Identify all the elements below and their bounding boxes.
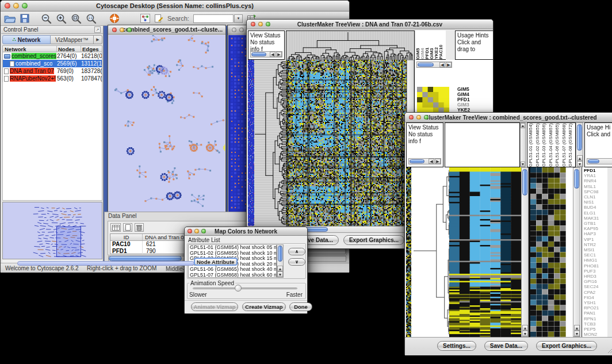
treeview2-zoom-heatmap-canvas[interactable] (530, 167, 566, 337)
close-button[interactable] (112, 28, 117, 32)
view-status-scroll-track[interactable]: ◀ ▶ (408, 158, 441, 164)
move-down-button[interactable]: ∨ (288, 258, 305, 266)
scroll-right-arrow-icon[interactable]: ▶ (446, 62, 452, 67)
scroll-down-arrow-icon[interactable]: ▼ (577, 161, 583, 167)
attribute-list-item[interactable]: GPL51-07 (GSM868) heat shock 60 min (189, 273, 276, 278)
save-icon[interactable] (20, 14, 29, 23)
minimize-button[interactable] (13, 3, 19, 9)
node-attribute-browser-tab[interactable]: Node Attribute Brows (194, 258, 238, 266)
treeview2-heatmap-vscroll[interactable]: ▲ ▼ (521, 167, 529, 337)
zoom-window-button[interactable] (266, 22, 270, 26)
resize-grip-icon[interactable] (607, 346, 612, 354)
col-header-network[interactable]: Network (3, 46, 57, 52)
table-row[interactable]: combined_sco2569(6)13112(15) (3, 60, 102, 67)
slider-thumb[interactable] (235, 285, 242, 292)
table-row[interactable]: DNA and Tran 07769(0)183728(0) (3, 67, 102, 75)
table-row[interactable]: RNAPuberNov2+!563(0)107847(0) (3, 75, 102, 82)
treeview2-global-strip-canvas[interactable] (406, 167, 411, 337)
zoom-pane-vscroll[interactable]: ▲ ▼ (573, 167, 580, 337)
scroll-left-arrow-icon[interactable]: ◀ (270, 52, 276, 57)
zoom-out-icon[interactable] (41, 13, 52, 24)
scroll-thumb[interactable] (577, 124, 582, 151)
minimize-button[interactable] (194, 229, 199, 233)
close-button[interactable] (251, 22, 255, 26)
close-button[interactable] (5, 3, 10, 9)
scroll-down-arrow-icon[interactable]: ▼ (522, 331, 528, 336)
tab-overflow-arrow-icon[interactable]: ▶ (94, 35, 102, 44)
treeview1-titlebar[interactable]: ClusterMaker TreeView : DNA and Tran 07-… (247, 20, 493, 29)
zoom-window-button[interactable] (201, 229, 206, 233)
view-status-scroll-track[interactable]: ◀ ▶ (250, 51, 282, 58)
column-labels-vscroll[interactable]: ▲ ▼ (576, 122, 583, 167)
minimize-button[interactable] (416, 115, 421, 120)
scroll-up-arrow-icon[interactable]: ▲ (577, 155, 583, 161)
annotation-icon[interactable] (154, 14, 163, 23)
scroll-thumb[interactable] (410, 159, 424, 163)
delete-attribute-trash-icon[interactable] (135, 223, 144, 232)
settings-button[interactable]: Settings... (437, 341, 476, 351)
scroll-left-arrow-icon[interactable]: ◀ (439, 62, 445, 67)
scroll-up-arrow-icon[interactable]: ▲ (522, 325, 528, 331)
treeview2-gene-dendrogram-canvas[interactable] (411, 167, 449, 337)
scroll-thumb[interactable] (251, 52, 266, 56)
tab-network[interactable]: ∴Network (2, 35, 51, 44)
treeview1-gene-dendrogram-canvas[interactable] (254, 60, 286, 226)
zoom-window-button[interactable] (22, 3, 28, 9)
close-button[interactable] (409, 115, 414, 120)
animation-speed-slider-track[interactable] (193, 288, 297, 289)
tab-vizmapper[interactable]: VizMapper™ (51, 35, 94, 44)
search-input[interactable] (193, 14, 234, 23)
zoom-window-button[interactable] (424, 115, 429, 120)
open-file-icon[interactable] (4, 14, 16, 24)
minimize-button[interactable] (258, 22, 263, 26)
scroll-up-arrow-icon[interactable]: ▲ (277, 266, 283, 271)
dialog-titlebar[interactable]: Map Colors to Network (185, 227, 307, 236)
scroll-thumb[interactable] (522, 169, 527, 196)
network-window-titlebar[interactable]: combined_scores_good.txt--cluste... (108, 25, 225, 35)
help-lifebuoy-icon[interactable] (109, 13, 120, 24)
scroll-up-arrow-icon[interactable]: ▲ (521, 123, 525, 128)
col-header-nodes[interactable]: Nodes (57, 46, 81, 52)
export-graphics-button[interactable]: Export Graphics... (343, 235, 404, 245)
vizmapper-shortcut-icon[interactable] (140, 14, 150, 23)
attribute-select-icon[interactable] (110, 223, 121, 232)
col-header-edges[interactable]: Edges (81, 46, 102, 52)
bottom-scroll-thumb[interactable] (17, 261, 194, 266)
treeview1-heatmap-canvas[interactable] (286, 60, 407, 226)
scroll-down-arrow-icon[interactable]: ▼ (574, 331, 580, 336)
float-panel-icon[interactable]: ↗ (94, 26, 101, 33)
export-graphics-button[interactable]: Export Graphics... (536, 341, 597, 351)
minimize-button[interactable] (120, 28, 124, 32)
scroll-thumb[interactable] (588, 159, 599, 163)
close-button[interactable] (232, 28, 236, 32)
matrix-hscroll-track[interactable]: ◀ ▶ (416, 62, 452, 68)
scroll-up-arrow-icon[interactable]: ▲ (574, 325, 580, 331)
column-area-vscroll[interactable]: ▲ ▼ (520, 122, 526, 167)
zoom-fit-icon[interactable] (71, 13, 82, 24)
search-dropdown-arrow-icon[interactable]: ▼ (234, 14, 243, 23)
attribute-list-vscroll[interactable]: ▲ ▼ (277, 244, 284, 278)
treeview1-column-dendrogram-canvas[interactable] (286, 30, 415, 61)
zoom-window-button[interactable] (127, 28, 132, 32)
animate-vizmap-button[interactable]: Animate Vizmap (191, 302, 238, 311)
scroll-right-arrow-icon[interactable]: ▶ (435, 159, 441, 164)
data-panel-scroll-thumb[interactable] (109, 256, 182, 261)
zoom-in-icon[interactable] (56, 13, 67, 24)
minimize-button[interactable] (239, 28, 244, 32)
close-button[interactable] (188, 229, 192, 233)
save-data-button[interactable]: Save Data... (484, 341, 528, 351)
done-button[interactable]: Done (289, 302, 312, 311)
scroll-thumb[interactable] (418, 63, 434, 67)
scroll-thumb[interactable] (278, 246, 282, 262)
treeview1-global-strip-canvas[interactable] (248, 60, 254, 226)
scroll-left-arrow-icon[interactable]: ◀ (429, 159, 434, 164)
treeview2-column-dendrogram-area[interactable] (445, 122, 520, 167)
table-row[interactable]: combined_scores2764(0)16218(0) (3, 52, 102, 60)
scroll-thumb[interactable] (574, 169, 579, 189)
new-attribute-icon[interactable] (123, 223, 132, 232)
attr-col-id[interactable]: ID (110, 234, 143, 240)
usage-scroll-track[interactable] (587, 158, 612, 164)
scroll-down-arrow-icon[interactable]: ▼ (521, 162, 525, 167)
zoom-actual-icon[interactable]: 1:1 (86, 13, 97, 24)
treeview2-titlebar[interactable]: ClusterMaker TreeView : combined_scores_… (405, 113, 612, 122)
